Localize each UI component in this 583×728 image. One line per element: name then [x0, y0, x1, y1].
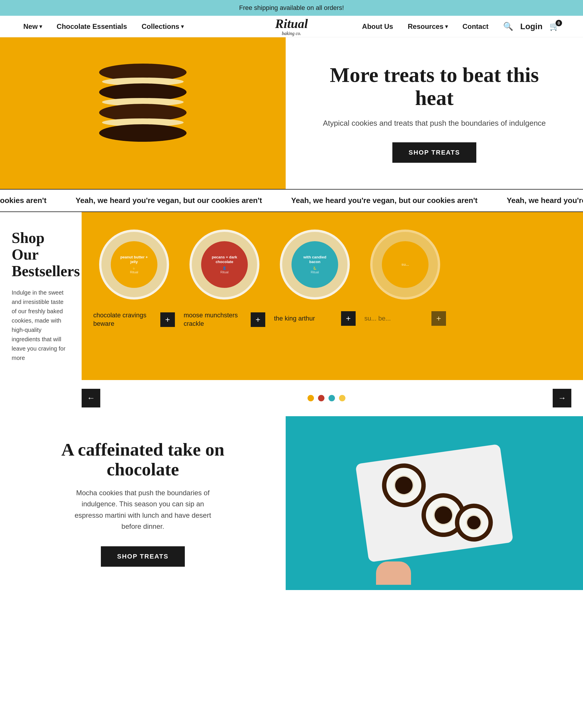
hero-content: More treats to beat this heat Atypical c… [286, 37, 583, 189]
cookie-visual [93, 52, 192, 175]
cookie-layer-4 [99, 124, 187, 142]
logo[interactable]: Ritual baking co. [275, 17, 308, 36]
marquee-text-4: Yeah, we heard you're vegan, but our coo… [507, 196, 583, 205]
marquee-content: ookies aren't Yeah, we heard you're vega… [0, 196, 583, 205]
product-name-row-4: su... be... + [364, 311, 446, 326]
bestsellers-description: Indulge in the sweet and irresistible ta… [12, 288, 70, 363]
product-label-text-2: pecans + darkchocolate [211, 254, 238, 265]
caffeinated-description: Mocha cookies that push the boundaries o… [73, 487, 213, 532]
mocha-center-1 [394, 475, 414, 495]
bestsellers-title: Shop Our Bestsellers [12, 230, 70, 280]
product-name-1: chocolate cravings beware [93, 311, 157, 328]
mocha-frosting-1 [384, 466, 424, 505]
caffeinated-image [286, 416, 583, 590]
bestsellers-section: Shop Our Bestsellers Indulge in the swee… [0, 212, 583, 416]
carousel-prev-button[interactable]: ← [82, 389, 100, 408]
product-name-3: the king arthur [274, 314, 315, 323]
hero-section: More treats to beat this heat Atypical c… [0, 37, 583, 189]
chevron-down-icon: ▾ [39, 23, 42, 30]
cookie-label-4: su... [382, 241, 428, 288]
hero-title: More treats to beat this heat [309, 63, 560, 110]
product-label-text-1: peanut butter +jelly [119, 254, 149, 265]
product-image-2: pecans + darkchocolate 👤Ritual [184, 224, 265, 305]
nav-item-chocolate-essentials[interactable]: Chocolate Essentials [57, 23, 127, 31]
shop-treats-button[interactable]: SHOP TREATS [392, 142, 476, 163]
mocha-frosting-3 [457, 506, 490, 539]
product-name-row-2: moose munchsters crackle + [184, 311, 265, 328]
mocha-center-3 [466, 515, 481, 530]
carousel-controls: ← → [0, 380, 583, 416]
search-button[interactable]: 🔍 [503, 22, 513, 31]
product-label-text-3: with candiedbacon [302, 254, 328, 265]
product-add-button-3[interactable]: + [341, 311, 356, 326]
products-row: peanut butter +jelly ✋Ritual chocolate c… [93, 224, 571, 328]
product-cookie-visual-3: with candiedbacon 🐍Ritual [280, 230, 350, 300]
nav-item-resources[interactable]: Resources ▾ [408, 23, 448, 31]
product-card-1: peanut butter +jelly ✋Ritual chocolate c… [93, 224, 175, 328]
hero-subtitle: Atypical cookies and treats that push th… [323, 118, 546, 128]
nav-item-contact[interactable]: Contact [462, 23, 488, 31]
product-card-4: su... su... be... + [364, 224, 446, 326]
plate-visual [347, 433, 522, 573]
product-name-2: moose munchsters crackle [184, 311, 247, 328]
product-card-3: with candiedbacon 🐍Ritual the king arthu… [274, 224, 356, 326]
marquee-strip: ookies aren't Yeah, we heard you're vega… [0, 189, 583, 212]
product-brand-1: ✋Ritual [129, 265, 139, 275]
bestsellers-products: peanut butter +jelly ✋Ritual chocolate c… [82, 212, 583, 380]
caffeinated-shop-treats-button[interactable]: SHOP TREATS [101, 546, 185, 567]
hand-visual [376, 562, 411, 585]
nav-item-collections[interactable]: Collections ▾ [142, 23, 184, 31]
marquee-text-3: Yeah, we heard you're vegan, but our coo… [291, 196, 477, 205]
product-image-1: peanut butter +jelly ✋Ritual [93, 224, 175, 305]
product-brand-2: 👤Ritual [219, 265, 230, 275]
nav-item-new[interactable]: New ▾ [23, 23, 42, 31]
carousel-dot-1[interactable] [308, 395, 314, 401]
cookie-stack-visual [0, 37, 286, 189]
mocha-center-2 [434, 505, 453, 525]
product-add-button-1[interactable]: + [160, 312, 175, 327]
product-cookie-visual-2: pecans + darkchocolate 👤Ritual [190, 230, 259, 300]
product-cookie-visual-4: su... [370, 230, 440, 300]
marquee-text-2: Yeah, we heard you're vegan, but our coo… [76, 196, 262, 205]
announcement-bar: Free shipping available on all orders! [0, 0, 583, 16]
chevron-down-icon: ▾ [181, 23, 184, 30]
cookie-label-1: peanut butter +jelly ✋Ritual [111, 241, 158, 288]
cart-badge: 0 [556, 20, 562, 26]
product-brand-3: 🐍Ritual [310, 265, 320, 275]
product-name-row-1: chocolate cravings beware + [93, 311, 175, 328]
product-add-button-4[interactable]: + [432, 311, 446, 326]
nav-left: New ▾ Chocolate Essentials Collections ▾ [23, 23, 184, 31]
carousel-next-button[interactable]: → [553, 389, 571, 408]
product-image-3: with candiedbacon 🐍Ritual [274, 224, 356, 305]
announcement-text: Free shipping available on all orders! [239, 4, 344, 11]
product-add-button-2[interactable]: + [251, 312, 265, 327]
mocha-cookie-1 [379, 461, 428, 510]
header-icons: 🔍 Login 🛒 0 [503, 22, 560, 31]
bestsellers-left-panel: Shop Our Bestsellers Indulge in the swee… [0, 212, 82, 380]
chevron-down-icon: ▾ [445, 23, 448, 30]
carousel-dot-4[interactable] [339, 395, 345, 401]
carousel-dot-2[interactable] [318, 395, 325, 401]
header: New ▾ Chocolate Essentials Collections ▾… [0, 16, 583, 37]
caffeinated-title: A caffeinated take on chocolate [23, 440, 262, 479]
login-button[interactable]: Login [520, 22, 543, 31]
product-name-4: su... be... [364, 314, 391, 323]
product-cookie-visual-1: peanut butter +jelly ✋Ritual [99, 230, 169, 300]
search-icon: 🔍 [503, 22, 513, 31]
carousel-dot-3[interactable] [329, 395, 335, 401]
product-card-2: pecans + darkchocolate 👤Ritual moose mun… [184, 224, 265, 328]
cookie-plate [355, 444, 513, 562]
cookie-label-2: pecans + darkchocolate 👤Ritual [201, 241, 248, 288]
cookie-label-3: with candiedbacon 🐍Ritual [292, 241, 338, 288]
nav-right: About Us Resources ▾ Contact 🔍 Login 🛒 0 [362, 22, 560, 31]
product-label-text-4: su... [400, 261, 410, 268]
product-name-row-3: the king arthur + [274, 311, 356, 326]
product-image-4: su... [364, 224, 446, 305]
cart-button[interactable]: 🛒 0 [550, 22, 560, 31]
marquee-text-1: ookies aren't [0, 196, 46, 205]
caffeinated-section: A caffeinated take on chocolate Mocha co… [0, 416, 583, 590]
caffeinated-content: A caffeinated take on chocolate Mocha co… [0, 416, 286, 590]
carousel-dots [308, 395, 345, 401]
hero-image [0, 37, 286, 189]
nav-item-about-us[interactable]: About Us [362, 23, 393, 31]
